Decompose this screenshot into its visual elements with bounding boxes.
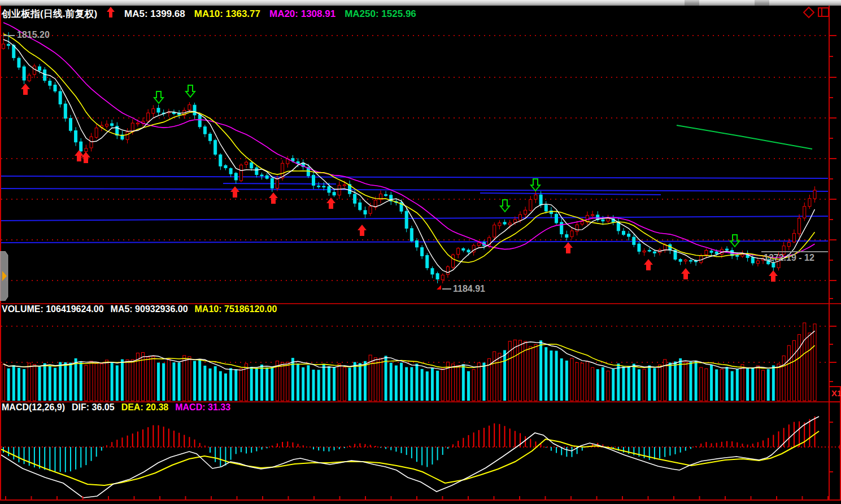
- sell-signal-arrow: [531, 179, 540, 191]
- macd-lines: [1, 417, 819, 498]
- ma10-value: MA10: 1363.77: [194, 8, 260, 20]
- dea-value: DEA: 20.38: [121, 402, 169, 413]
- sell-signal-arrow: [500, 200, 509, 212]
- ma5-value: MA5: 1399.68: [124, 8, 185, 20]
- macd-name: MACD(12,26,9): [2, 402, 65, 413]
- buy-signal-arrow: [358, 225, 367, 236]
- macd-value: MACD: 31.33: [175, 402, 230, 413]
- trading-app-window: 创业板指(日线.前复权) MA5: 1399.68 MA10: 1363.77 …: [0, 0, 841, 504]
- ma250-value: MA250: 1525.96: [345, 8, 416, 20]
- buy-signal-arrow: [75, 150, 84, 161]
- up-arrow-icon: [106, 7, 115, 21]
- volume-ma5-value: MA5: 90932936.00: [111, 304, 188, 314]
- buy-signal-arrow: [230, 186, 239, 198]
- buy-signal-arrow: [769, 270, 778, 282]
- sell-signal-arrow: [186, 85, 195, 97]
- price-callouts: [3, 36, 828, 290]
- volume-ma10-value: MA10: 75186120.00: [195, 304, 277, 314]
- candles-group: [2, 32, 817, 283]
- diamond-icon[interactable]: [803, 6, 815, 21]
- kline-header: 创业板指(日线.前复权) MA5: 1399.68 MA10: 1363.77 …: [2, 7, 416, 21]
- buy-signal-arrow: [81, 152, 90, 163]
- buy-signal-arrow: [564, 242, 573, 253]
- ma20-value: MA20: 1308.91: [269, 8, 335, 20]
- x1-scale-indicator: X1: [831, 388, 841, 398]
- volume-header: VOLUME: 106419624.00 MA5: 90932936.00 MA…: [2, 304, 277, 314]
- buy-signal-arrow: [326, 198, 335, 209]
- signal-markers: [21, 84, 778, 282]
- dif-value: DIF: 36.05: [72, 402, 115, 413]
- ma-lines: [3, 23, 815, 273]
- symbol-title: 创业板指(日线.前复权): [2, 7, 97, 20]
- buy-signal-arrow: [269, 192, 278, 204]
- volume-value: VOLUME: 106419624.00: [2, 304, 104, 314]
- chart-canvas[interactable]: [0, 0, 841, 504]
- sidebar-slide-handle[interactable]: [0, 251, 9, 303]
- high-price-label: 1815.20: [17, 30, 50, 40]
- split-window-icon[interactable]: [817, 7, 830, 20]
- volume-ma-lines: [3, 331, 815, 370]
- blue-trend-lines: [0, 176, 828, 243]
- buy-signal-arrow: [681, 268, 690, 279]
- price-range-label: 1272.19 - 12: [764, 253, 841, 263]
- buy-signal-arrow: [21, 84, 30, 95]
- sell-signal-arrow: [154, 91, 163, 103]
- buy-signal-arrow: [644, 259, 653, 270]
- macd-header: MACD(12,26,9) DIF: 36.05 DEA: 20.38 MACD…: [2, 402, 230, 413]
- low-price-label: 1184.91: [453, 284, 485, 294]
